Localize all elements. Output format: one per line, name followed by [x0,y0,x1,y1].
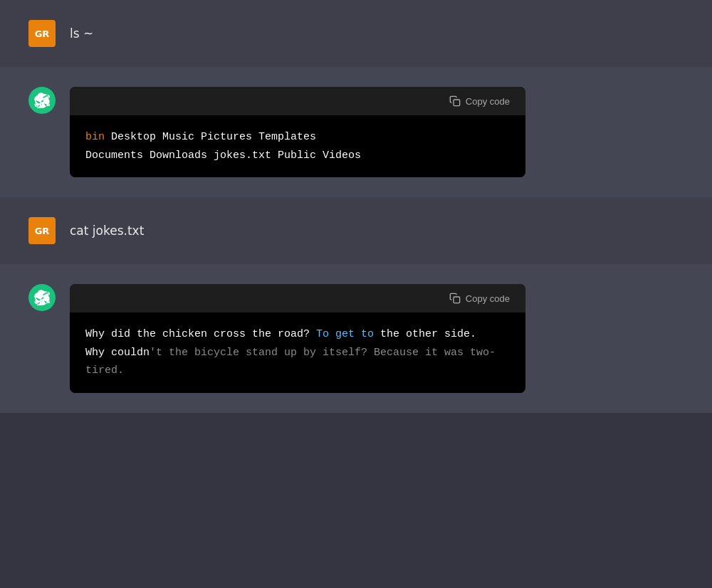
joke-line-1: Why did the chicken cross the road? To g… [85,325,510,344]
user-avatar-1: GR [28,20,56,47]
assistant-content-1: Copy code bin Desktop Music Pictures Tem… [70,87,684,177]
user-message-text-1: ls ~ [70,20,93,43]
clipboard-icon-1 [449,95,461,107]
joke1-part2: To get to [316,328,374,340]
user-avatar-2: GR [28,217,56,244]
token-bin: bin [85,131,105,143]
copy-code-button-1[interactable]: Copy code [445,93,514,110]
joke2-part1: Why couldn [85,347,150,359]
svg-rect-1 [454,297,460,303]
assistant-content-2: Copy code Why did the chicken cross the … [70,284,684,393]
copy-code-button-2[interactable]: Copy code [445,290,514,307]
code-line-1: bin Desktop Music Pictures Templates [85,128,510,147]
assistant-message-1: Copy code bin Desktop Music Pictures Tem… [0,67,712,197]
code-line-2: Documents Downloads jokes.txt Public Vid… [85,147,510,165]
user-message-text-2: cat jokes.txt [70,217,144,241]
code-block-2: Copy code Why did the chicken cross the … [70,284,525,393]
openai-logo-icon-2 [34,290,50,305]
joke1-part3: the other side. [374,328,476,340]
code-block-header-2: Copy code [70,284,525,313]
ai-avatar-1 [28,87,56,114]
clipboard-icon-2 [449,293,461,304]
ai-avatar-2 [28,284,56,311]
user-message-1: GR ls ~ [0,0,712,67]
code-block-1: Copy code bin Desktop Music Pictures Tem… [70,87,525,177]
user-message-2: GR cat jokes.txt [0,197,712,264]
openai-logo-icon [34,93,50,108]
svg-rect-0 [454,100,460,106]
code-block-header-1: Copy code [70,87,525,115]
joke-line-2: Why couldn't the bicycle stand up by its… [85,344,510,380]
joke1-part1: Why did the chicken cross the road? [85,328,316,340]
code-block-body-1: bin Desktop Music Pictures Templates Doc… [70,115,525,177]
assistant-message-2: Copy code Why did the chicken cross the … [0,264,712,413]
code-block-body-2: Why did the chicken cross the road? To g… [70,313,525,393]
chat-container: GR ls ~ Copy code [0,0,712,413]
